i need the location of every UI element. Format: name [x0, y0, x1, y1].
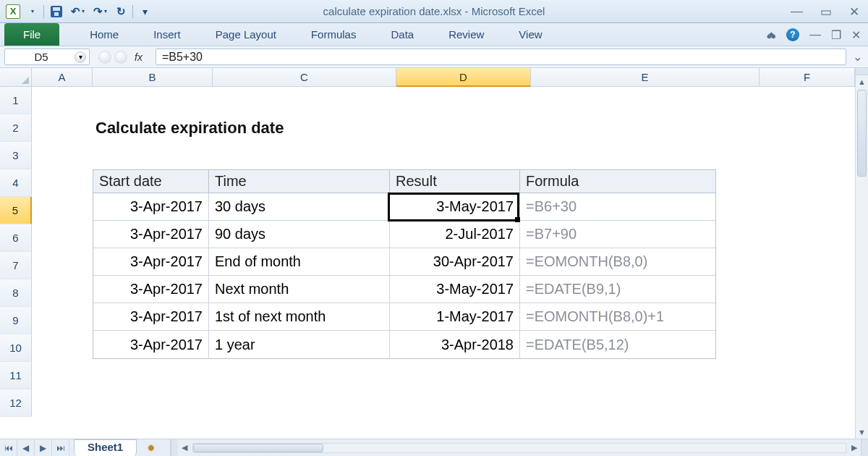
row-header-2[interactable]: 2 — [0, 114, 32, 142]
horizontal-scroll-thumb[interactable] — [193, 444, 323, 452]
name-box[interactable]: D5 ▾ — [4, 48, 90, 65]
file-tab[interactable]: File — [4, 23, 59, 46]
row-header-3[interactable]: 3 — [0, 142, 32, 169]
cell-formula[interactable]: =B6+30 — [520, 193, 715, 220]
horizontal-split-handle[interactable] — [861, 439, 868, 456]
cell-time[interactable]: End of month — [209, 248, 390, 275]
row-header-5[interactable]: 5 — [0, 197, 32, 224]
cell-start[interactable]: 3-Apr-2017 — [93, 276, 209, 303]
select-all-cells[interactable] — [0, 68, 32, 87]
column-header-D[interactable]: D — [396, 68, 531, 87]
maximize-button[interactable]: ▭ — [820, 4, 832, 20]
tab-insert[interactable]: Insert — [136, 23, 198, 46]
cell-result[interactable]: 3-Apr-2018 — [390, 331, 520, 358]
row-header-1[interactable]: 1 — [0, 87, 32, 114]
row-header-9[interactable]: 9 — [0, 307, 32, 334]
row-header-12[interactable]: 12 — [0, 389, 32, 417]
cell-start[interactable]: 3-Apr-2017 — [93, 303, 209, 330]
app-menu-dropdown[interactable] — [25, 4, 39, 20]
cell-start[interactable]: 3-Apr-2017 — [93, 221, 209, 248]
worksheet-grid[interactable]: ABCDEF 123456789101112 Calculate expirat… — [0, 68, 868, 439]
cell-result[interactable]: 2-Jul-2017 — [390, 221, 520, 248]
workbook-restore-button[interactable]: ❐ — [831, 28, 841, 42]
expand-formula-bar-icon[interactable]: ⌄ — [851, 48, 864, 65]
horizontal-scrollbar[interactable]: ◀ ▶ — [170, 439, 868, 456]
sheet-tab-bar: ⏮ ◀ ▶ ⏭ Sheet1 ✸ ◀ ▶ — [0, 439, 868, 456]
table-row[interactable]: 3-Apr-201790 days2-Jul-2017=B7+90 — [93, 221, 715, 248]
ribbon-minimize-icon[interactable]: ❤ — [767, 28, 776, 42]
cell-result[interactable]: 30-Apr-2017 — [390, 248, 520, 275]
tab-data[interactable]: Data — [373, 23, 431, 46]
col-header-time: Time — [209, 170, 390, 193]
minimize-button[interactable]: ― — [791, 4, 803, 19]
column-header-F[interactable]: F — [760, 68, 855, 87]
tab-split-handle[interactable] — [171, 439, 178, 456]
row-header-6[interactable]: 6 — [0, 224, 32, 252]
table-row[interactable]: 3-Apr-20171 year3-Apr-2018=EDATE(B5,12) — [93, 331, 715, 358]
cell-result[interactable]: 3-May-2017 — [390, 193, 520, 220]
first-sheet-button[interactable]: ⏮ — [0, 439, 17, 456]
undo-button[interactable]: ↶ — [69, 4, 87, 20]
workbook-minimize-button[interactable]: ― — [809, 28, 821, 41]
cell-start[interactable]: 3-Apr-2017 — [93, 248, 209, 275]
redo-button[interactable]: ↷ — [91, 4, 109, 20]
formula-input[interactable]: =B5+30 — [156, 48, 846, 65]
new-sheet-button[interactable]: ✸ — [141, 439, 161, 456]
scroll-up-icon[interactable]: ▲ — [856, 75, 868, 88]
cell-time[interactable]: 1st of next month — [209, 303, 390, 330]
help-icon[interactable]: ? — [786, 28, 799, 41]
row-header-11[interactable]: 11 — [0, 362, 32, 389]
cell-formula[interactable]: =EDATE(B5,12) — [520, 331, 715, 358]
column-header-B[interactable]: B — [93, 68, 213, 87]
name-box-dropdown-icon[interactable]: ▾ — [75, 51, 86, 63]
save-button[interactable] — [48, 4, 64, 20]
scroll-right-icon[interactable]: ▶ — [848, 443, 861, 452]
cell-result[interactable]: 1-May-2017 — [390, 303, 520, 330]
sheet-tab-sheet1[interactable]: Sheet1 — [74, 439, 137, 456]
tab-page-layout[interactable]: Page Layout — [198, 23, 294, 46]
close-button[interactable]: ✕ — [849, 4, 859, 20]
tab-view[interactable]: View — [501, 23, 559, 46]
row-header-7[interactable]: 7 — [0, 252, 32, 279]
cell-formula[interactable]: =B7+90 — [520, 221, 715, 248]
column-header-C[interactable]: C — [213, 68, 396, 87]
excel-app-icon[interactable]: X — [6, 4, 20, 19]
row-header-8[interactable]: 8 — [0, 279, 32, 307]
cell-result[interactable]: 3-May-2017 — [390, 276, 520, 303]
repeat-button[interactable]: ↻ — [114, 4, 128, 20]
horizontal-scroll-track[interactable] — [192, 443, 846, 453]
column-header-E[interactable]: E — [531, 68, 760, 87]
cell-formula[interactable]: =EOMONTH(B8,0) — [520, 248, 715, 275]
next-sheet-button[interactable]: ▶ — [35, 439, 52, 456]
cell-time[interactable]: 90 days — [209, 221, 390, 248]
workbook-close-button[interactable]: ✕ — [851, 28, 861, 42]
cell-time[interactable]: 1 year — [209, 331, 390, 358]
insert-function-button[interactable]: fx — [130, 51, 147, 63]
qat-separator — [43, 5, 44, 18]
vertical-split-handle[interactable] — [856, 68, 868, 75]
tab-review[interactable]: Review — [431, 23, 501, 46]
table-row[interactable]: 3-Apr-201730 days3-May-2017=B6+30 — [93, 193, 715, 221]
vertical-scroll-track[interactable] — [856, 88, 868, 426]
cell-time[interactable]: Next month — [209, 276, 390, 303]
scroll-left-icon[interactable]: ◀ — [178, 443, 191, 452]
column-header-A[interactable]: A — [32, 68, 93, 87]
cell-start[interactable]: 3-Apr-2017 — [93, 193, 209, 220]
row-header-10[interactable]: 10 — [0, 334, 32, 362]
cell-formula[interactable]: =EOMONTH(B8,0)+1 — [520, 303, 715, 330]
tab-formulas[interactable]: Formulas — [294, 23, 374, 46]
qat-customize-dropdown[interactable]: ▾ — [137, 4, 152, 20]
last-sheet-button[interactable]: ⏭ — [52, 439, 69, 456]
prev-sheet-button[interactable]: ◀ — [17, 439, 35, 456]
cell-time[interactable]: 30 days — [209, 193, 390, 220]
vertical-scroll-thumb[interactable] — [857, 90, 867, 177]
table-row[interactable]: 3-Apr-20171st of next month1-May-2017=EO… — [93, 303, 715, 331]
scroll-down-icon[interactable]: ▼ — [856, 426, 868, 439]
row-header-4[interactable]: 4 — [0, 169, 32, 197]
cell-formula[interactable]: =EDATE(B9,1) — [520, 276, 715, 303]
cell-start[interactable]: 3-Apr-2017 — [93, 331, 209, 358]
table-row[interactable]: 3-Apr-2017Next month3-May-2017=EDATE(B9,… — [93, 276, 715, 303]
table-row[interactable]: 3-Apr-2017End of month30-Apr-2017=EOMONT… — [93, 248, 715, 276]
tab-home[interactable]: Home — [72, 23, 136, 46]
vertical-scrollbar[interactable]: ▲ ▼ — [855, 68, 868, 439]
